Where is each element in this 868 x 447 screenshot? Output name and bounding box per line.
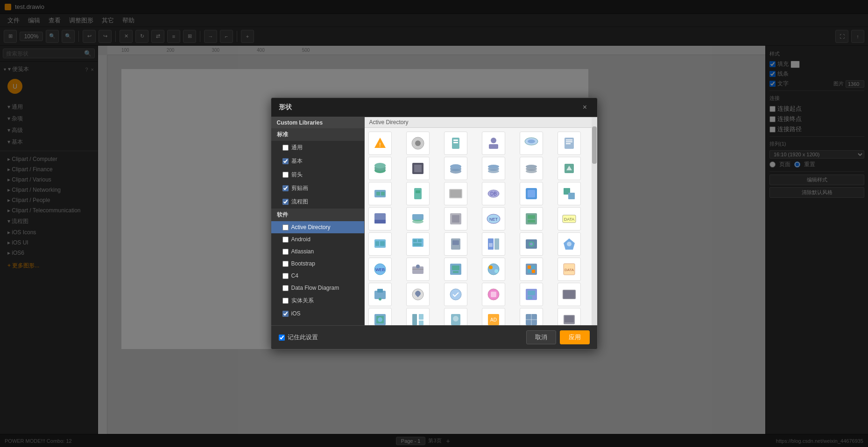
icon-cell[interactable] <box>444 283 467 306</box>
icon-cell[interactable] <box>520 283 543 306</box>
software-atlassian-checkbox[interactable] <box>282 249 289 255</box>
software-ios-checkbox[interactable] <box>282 311 289 317</box>
software-ad-checkbox[interactable] <box>282 224 289 230</box>
svg-rect-54 <box>528 215 535 219</box>
icon-cell[interactable] <box>557 308 581 325</box>
icon-cell[interactable] <box>557 132 581 155</box>
standard-item-general[interactable]: 通用 <box>271 141 364 154</box>
standard-general-checkbox[interactable] <box>282 145 289 151</box>
icon-cell[interactable] <box>406 232 430 256</box>
modal-close-btn[interactable]: × <box>580 103 590 112</box>
icon-cell[interactable] <box>482 258 505 281</box>
icon-cell[interactable] <box>482 157 505 180</box>
software-dfd-checkbox[interactable] <box>282 285 289 291</box>
icon-cell[interactable] <box>444 157 467 180</box>
icon-cell[interactable] <box>368 207 392 230</box>
preview-scrollbar[interactable] <box>592 117 597 325</box>
software-c4-checkbox[interactable] <box>282 273 289 279</box>
software-android-checkbox[interactable] <box>282 237 289 243</box>
icon-cell[interactable] <box>444 232 467 256</box>
software-er-checkbox[interactable] <box>282 298 289 304</box>
software-item-dfd[interactable]: Data Flow Diagram <box>271 282 364 294</box>
cancel-btn[interactable]: 取消 <box>526 330 556 344</box>
software-item-ad[interactable]: Active Directory <box>271 221 364 233</box>
icon-cell[interactable] <box>368 308 392 325</box>
icon-cell[interactable] <box>520 157 543 180</box>
icon-cell[interactable] <box>557 232 581 256</box>
icon-cell[interactable] <box>444 308 467 325</box>
svg-rect-33 <box>381 192 385 196</box>
icon-cell[interactable] <box>557 182 581 205</box>
icon-cell[interactable]: DATA <box>557 258 581 281</box>
apply-btn[interactable]: 应用 <box>560 330 590 344</box>
icon-cell[interactable] <box>520 132 543 155</box>
icon-cell[interactable]: DATA <box>557 207 581 230</box>
icon-cell[interactable] <box>406 207 430 230</box>
svg-rect-55 <box>528 220 535 223</box>
icon-cell[interactable]: NET <box>482 207 505 230</box>
icon-cell[interactable] <box>520 207 543 230</box>
icon-cell[interactable]: WEB <box>368 258 392 281</box>
icon-cell[interactable] <box>482 132 505 155</box>
software-item-atlassian[interactable]: Atlassian <box>271 245 364 258</box>
icon-cell[interactable] <box>444 132 467 155</box>
standard-item-clipart[interactable]: 剪贴画 <box>271 182 364 195</box>
icon-cell[interactable] <box>368 283 392 306</box>
modal-right-panel: Active Directory ! <box>365 117 597 325</box>
scrollbar-thumb[interactable] <box>592 126 597 164</box>
software-item-bootstrap[interactable]: Bootstrap <box>271 258 364 270</box>
icon-cell[interactable] <box>406 258 430 281</box>
svg-rect-110 <box>419 321 423 325</box>
svg-rect-60 <box>380 241 385 246</box>
standard-flowchart-checkbox[interactable] <box>282 199 289 205</box>
software-bootstrap-checkbox[interactable] <box>282 261 289 267</box>
icon-cell[interactable] <box>557 283 581 306</box>
icon-cell[interactable] <box>444 182 467 205</box>
icon-cell[interactable] <box>406 283 430 306</box>
icon-cell[interactable] <box>368 157 392 180</box>
icon-cell[interactable] <box>406 132 430 155</box>
icon-cell[interactable] <box>368 232 392 256</box>
svg-rect-45 <box>374 220 386 224</box>
icon-cell[interactable]: ! <box>368 132 392 155</box>
standard-basic-checkbox[interactable] <box>282 158 289 164</box>
svg-rect-94 <box>377 289 383 293</box>
icon-cell[interactable] <box>406 157 430 180</box>
svg-rect-108 <box>412 314 417 325</box>
standard-clipart-checkbox[interactable] <box>282 185 289 191</box>
software-item-ios[interactable]: iOS <box>271 307 364 320</box>
standard-item-basic[interactable]: 基本 <box>271 154 364 168</box>
icon-cell[interactable] <box>520 182 543 205</box>
standard-item-flowchart[interactable]: 流程图 <box>271 195 364 209</box>
icon-cell[interactable] <box>444 207 467 230</box>
software-item-c4[interactable]: C4 <box>271 270 364 282</box>
svg-rect-48 <box>412 214 423 220</box>
svg-rect-101 <box>528 291 535 295</box>
svg-rect-63 <box>418 239 422 242</box>
icon-cell[interactable] <box>520 308 543 325</box>
software-item-er[interactable]: 实体关系 <box>271 294 364 307</box>
icon-cell[interactable] <box>520 232 543 256</box>
svg-point-17 <box>374 163 386 168</box>
icon-cell[interactable] <box>368 182 392 205</box>
remember-checkbox[interactable] <box>279 335 285 341</box>
svg-rect-87 <box>528 265 531 269</box>
icon-cell[interactable]: DB <box>482 182 505 205</box>
svg-point-85 <box>494 269 498 273</box>
icon-cell[interactable]: AD <box>482 308 505 325</box>
standard-item-arrow[interactable]: 箭头 <box>271 168 364 182</box>
icon-cell[interactable] <box>406 308 430 325</box>
icon-cell[interactable] <box>557 157 581 180</box>
svg-rect-32 <box>376 192 380 196</box>
svg-rect-62 <box>413 239 417 242</box>
icon-cell[interactable] <box>406 182 430 205</box>
svg-rect-64 <box>413 243 422 246</box>
standard-arrow-checkbox[interactable] <box>282 172 289 178</box>
shapes-modal: 形状 × Custom Libraries 标准 通用 基本 <box>271 98 598 349</box>
icon-cell[interactable] <box>482 283 505 306</box>
icon-cell[interactable] <box>444 258 467 281</box>
icon-cell[interactable] <box>482 232 505 256</box>
software-item-android[interactable]: Android <box>271 233 364 245</box>
svg-rect-13 <box>566 141 572 142</box>
icon-cell[interactable] <box>520 258 543 281</box>
